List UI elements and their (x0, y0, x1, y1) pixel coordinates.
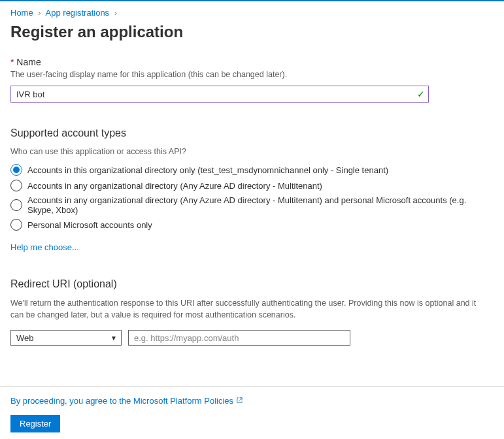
external-link-icon (236, 397, 243, 405)
platform-select[interactable]: Web ▼ (10, 330, 122, 346)
policy-link-text: By proceeding, you agree to the Microsof… (10, 396, 233, 406)
page-title: Register an application (0, 23, 504, 57)
account-option-multitenant[interactable]: Accounts in any organizational directory… (10, 180, 494, 191)
application-name-input[interactable] (10, 86, 429, 103)
redirect-uri-input[interactable] (128, 330, 350, 346)
required-indicator: * (10, 57, 14, 67)
footer: By proceeding, you agree to the Microsof… (0, 386, 504, 432)
radio-icon (10, 164, 22, 176)
redirect-uri-description: We'll return the authentication response… (10, 298, 481, 321)
radio-icon (10, 180, 22, 191)
breadcrumb-appreg-link[interactable]: App registrations (46, 8, 110, 18)
radio-icon (10, 199, 22, 211)
account-types-heading: Supported account types (10, 127, 494, 139)
name-helper-text: The user-facing display name for this ap… (10, 70, 494, 79)
radio-label: Accounts in this organizational director… (27, 165, 388, 175)
account-option-single-tenant[interactable]: Accounts in this organizational director… (10, 164, 494, 176)
radio-label: Accounts in any organizational directory… (27, 195, 494, 215)
name-label-text: Name (16, 57, 41, 67)
register-button[interactable]: Register (10, 415, 60, 432)
radio-icon (10, 219, 22, 231)
account-option-personal-only[interactable]: Personal Microsoft accounts only (10, 219, 494, 231)
platform-policies-link[interactable]: By proceeding, you agree to the Microsof… (10, 396, 243, 406)
platform-select-value: Web (16, 333, 34, 343)
breadcrumb-home-link[interactable]: Home (10, 8, 33, 18)
account-types-question: Who can use this application or access t… (10, 147, 494, 156)
radio-label: Personal Microsoft accounts only (27, 220, 152, 230)
breadcrumb: Home › App registrations › (0, 1, 504, 23)
name-label: * Name (10, 57, 494, 67)
chevron-down-icon: ▼ (110, 334, 117, 342)
account-option-multitenant-personal[interactable]: Accounts in any organizational directory… (10, 195, 494, 215)
radio-label: Accounts in any organizational directory… (27, 181, 322, 191)
help-me-choose-link[interactable]: Help me choose... (10, 242, 79, 252)
redirect-uri-heading: Redirect URI (optional) (10, 278, 494, 290)
chevron-right-icon: › (38, 8, 41, 18)
chevron-right-icon: › (114, 8, 117, 18)
